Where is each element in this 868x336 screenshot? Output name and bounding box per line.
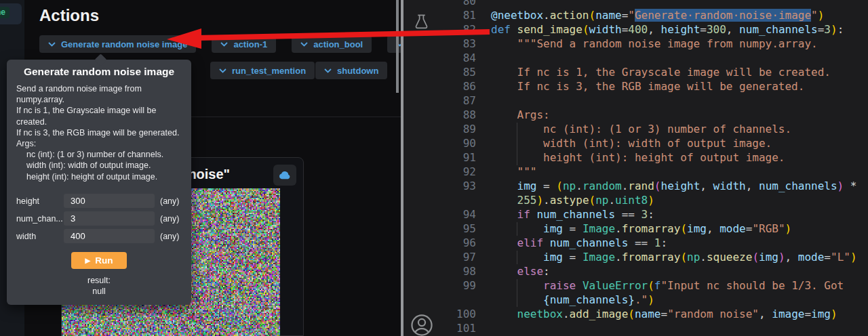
code-text: elif num_channels == 1:	[491, 236, 667, 250]
code-line: 98 else:	[403, 264, 868, 278]
line-number: 87	[403, 93, 476, 108]
cloud-download-icon	[279, 171, 291, 180]
code-text: neetbox.add_image(name="random noise", i…	[491, 307, 837, 321]
code-line: 255).astype(np.uint8)	[403, 193, 868, 207]
code-text: else:	[491, 264, 550, 278]
code-text: If nc is 1, the Grayscale image will be …	[491, 65, 831, 79]
field-row-width: width(any)	[16, 228, 182, 245]
code-text: img = Image.fromarray(img, mode="RGB")	[491, 222, 791, 236]
tooltip-desc-line: height (int): height of output image.	[16, 171, 182, 182]
code-line: 89 nc (int): (1 or 3) number of channels…	[403, 122, 868, 136]
code-text: @neetbox.action(name="Generate·random·no…	[491, 8, 824, 22]
action-button-action-bool[interactable]: action_bool	[292, 35, 372, 53]
window-divider	[401, 0, 403, 336]
code-editor-window: 8081@neetbox.action(name="Generate·rando…	[403, 0, 868, 336]
code-text: If nc is 3, the RGB image will be genera…	[491, 79, 804, 93]
code-text: nc (int): (1 or 3) number of channels.	[491, 122, 791, 136]
chevron-down-icon	[324, 68, 332, 73]
code-text: width (int): width of output image.	[491, 136, 772, 150]
line-number: 85	[403, 65, 476, 79]
code-line: 97 img = Image.fromarray(np.squeeze(img)…	[403, 250, 868, 264]
left-window-scrollbar[interactable]	[396, 0, 399, 93]
action-button-shutdown[interactable]: shutdown	[315, 62, 387, 79]
tooltip-desc-line: nc (int): (1 or 3) number of channels.	[16, 149, 182, 160]
code-text: 255).astype(np.uint8)	[491, 193, 654, 207]
field-input-height[interactable]	[64, 194, 155, 208]
line-number	[403, 193, 476, 207]
tooltip-desc-line: If nc is 1, the Grayscale image will be …	[16, 105, 182, 127]
field-type-hint: (any)	[155, 214, 182, 224]
result-value: null	[16, 286, 182, 297]
chevron-down-icon	[219, 68, 226, 73]
indent-guide	[517, 222, 517, 236]
line-number: 94	[403, 207, 476, 222]
code-text: """	[491, 165, 536, 179]
line-number: 89	[403, 122, 476, 136]
line-number: 96	[403, 236, 476, 250]
code-line: 99 raise ValueError(f"Input nc should be…	[403, 278, 868, 293]
action-button-label: Generate random noise image	[61, 39, 187, 49]
code-text: height (int): height of output image.	[491, 150, 785, 165]
action-button-action-1[interactable]: action-1	[212, 35, 276, 53]
dashboard-window: ne Actions Generate random noise imageac…	[0, 0, 401, 336]
code-line: 90 width (int): width of output image.	[403, 136, 868, 150]
line-number: 90	[403, 136, 476, 150]
code-line: 86 If nc is 3, the RGB image will be gen…	[403, 79, 868, 93]
tooltip-desc-line: Args:	[16, 138, 182, 149]
code-line: 82def send_image(width=400, height=300, …	[403, 22, 868, 37]
code-line: 83 """Send a random noise image from num…	[403, 37, 868, 51]
line-number: 80	[403, 0, 476, 8]
indent-guide	[517, 123, 517, 165]
line-number: 88	[403, 108, 476, 122]
action-button-run-test-mention[interactable]: run_test_mention	[210, 62, 315, 79]
line-number: 99	[403, 278, 476, 293]
indent-guide	[517, 279, 517, 307]
code-text: """Send a random noise image from numpy.…	[491, 37, 818, 51]
code-line: 92 """	[403, 165, 868, 179]
line-number: 93	[403, 179, 476, 193]
run-button-label: Run	[95, 255, 113, 266]
online-badge: ne	[0, 7, 9, 18]
line-number: 101	[403, 321, 476, 335]
code-text: {num_channels}.")	[491, 293, 654, 307]
code-line: 96 elif num_channels == 1:	[403, 236, 868, 250]
line-number: 86	[403, 79, 476, 93]
code-line: 100 neetbox.add_image(name="random noise…	[403, 307, 868, 321]
action-button-label: action-1	[233, 39, 267, 49]
field-input-width[interactable]	[64, 229, 155, 243]
field-type-hint: (any)	[155, 232, 182, 241]
code-line: {num_channels}.")	[403, 293, 868, 307]
chevron-down-icon	[48, 42, 56, 47]
code-text: Args:	[491, 108, 550, 122]
field-label: width	[16, 232, 64, 241]
download-image-button[interactable]	[273, 165, 296, 186]
chevron-down-icon	[300, 42, 308, 47]
indent-guide	[517, 251, 517, 264]
line-number: 81	[403, 8, 476, 22]
tooltip-desc-line: If nc is 3, the RGB image will be genera…	[16, 127, 182, 138]
line-number	[403, 293, 476, 307]
run-button[interactable]: ▶ Run	[71, 252, 127, 269]
code-text: if num_channels == 3:	[491, 207, 654, 222]
line-number: 91	[403, 150, 476, 165]
code-line: 80	[403, 0, 868, 8]
code-area[interactable]: 8081@neetbox.action(name="Generate·rando…	[403, 0, 868, 335]
code-line: 84	[403, 51, 868, 65]
sidebar-item-project[interactable]: ne	[0, 3, 22, 24]
field-input-num-chan-[interactable]	[64, 211, 155, 226]
field-type-hint: (any)	[155, 196, 182, 206]
screenshot-stage: ne Actions Generate random noise imageac…	[0, 0, 868, 336]
line-number: 95	[403, 222, 476, 236]
tooltip-description: Send a random noise image from numpy.arr…	[16, 83, 182, 182]
chevron-down-icon	[220, 42, 228, 47]
action-button-generate-random-noise-image[interactable]: Generate random noise image	[39, 35, 196, 53]
line-number: 92	[403, 165, 476, 179]
line-number: 84	[403, 51, 476, 65]
action-button-label: shutdown	[337, 66, 378, 76]
code-line: 85 If nc is 1, the Grayscale image will …	[403, 65, 868, 79]
action-tooltip: Generate random noise image Send a rando…	[7, 60, 191, 305]
code-line: 91 height (int): height of output image.	[403, 150, 868, 165]
code-line: 88 Args:	[403, 108, 868, 122]
field-row-height: height(any)	[16, 192, 182, 210]
line-number: 82	[403, 22, 476, 37]
